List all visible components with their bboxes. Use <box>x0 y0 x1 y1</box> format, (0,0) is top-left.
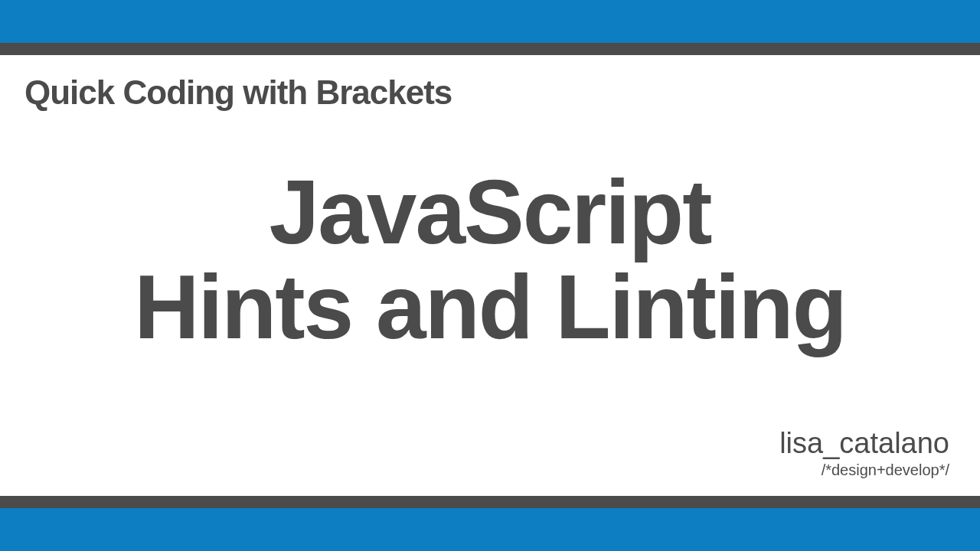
bottom-blue-bar <box>0 508 980 551</box>
author-name: lisa_catalano <box>779 427 949 460</box>
main-title: JavaScript Hints and Linting <box>24 165 956 355</box>
top-blue-bar <box>0 0 980 43</box>
top-gray-bar <box>0 43 980 55</box>
author-block: lisa_catalano /*design+develop*/ <box>779 427 949 479</box>
series-title: Quick Coding with Brackets <box>24 73 956 112</box>
bottom-gray-bar <box>0 496 980 508</box>
main-title-line2: Hints and Linting <box>24 260 956 355</box>
author-tagline: /*design+develop*/ <box>779 461 949 479</box>
main-title-line1: JavaScript <box>24 165 956 260</box>
slide-content: Quick Coding with Brackets JavaScript Hi… <box>0 55 980 496</box>
